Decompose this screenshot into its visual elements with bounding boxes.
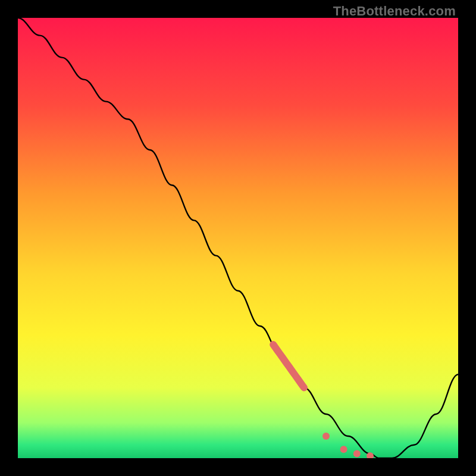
chart-frame: TheBottleneck.com <box>0 0 476 476</box>
plot-area <box>18 18 458 458</box>
bottleneck-curve <box>18 18 458 458</box>
svg-point-3 <box>353 450 361 458</box>
svg-point-2 <box>340 446 347 453</box>
watermark-text: TheBottleneck.com <box>333 4 456 19</box>
svg-point-1 <box>322 433 330 440</box>
